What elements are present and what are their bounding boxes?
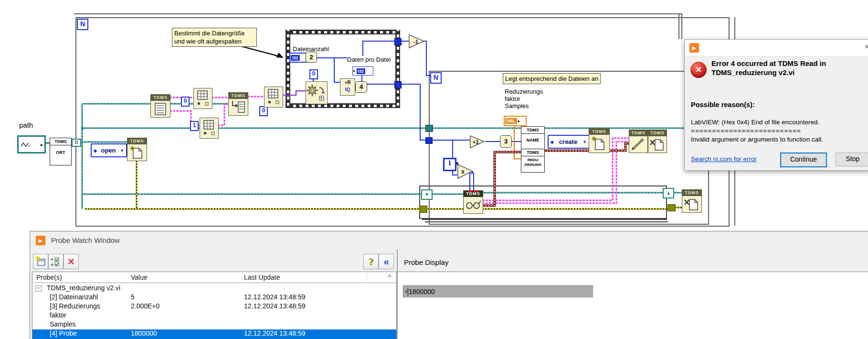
tdms-ort-subvi[interactable]: TDMS ORT: [50, 138, 72, 165]
error-tunnel-right[interactable]: [667, 204, 676, 211]
sequence-tunnel-top[interactable]: [394, 38, 402, 45]
labview-app-icon: ▶: [36, 236, 45, 245]
tdms-banner: TDMS: [589, 129, 609, 135]
constant-0-a[interactable]: 0: [181, 97, 190, 107]
tdms-banner: TDMS: [127, 138, 147, 144]
dropdown-icon: ▼: [582, 140, 587, 144]
constant-0-c[interactable]: 0: [309, 69, 318, 79]
tdms-banner: TDMS: [648, 130, 667, 136]
comment-create-files[interactable]: Legt entsprechend die Dateien an: [503, 73, 601, 84]
scroll-up-icon[interactable]: ^: [388, 273, 392, 280]
column-value[interactable]: Value: [131, 273, 148, 281]
decrement-node[interactable]: -1: [409, 34, 425, 51]
tdms-write-node[interactable]: TDMS: [629, 130, 648, 153]
add-probes-button[interactable]: ++: [48, 254, 64, 269]
probe-row[interactable]: [2] Dateinanzahl 5 12.12.2024 13:48:59: [32, 293, 396, 302]
dateinanzahl-value[interactable]: 2: [306, 52, 317, 63]
probe-row-selected[interactable]: [4] Probe 1800000 12.12.2024 13:48:59: [32, 329, 396, 339]
reduzierungsfaktor-terminal[interactable]: DBL ▸: [504, 116, 527, 126]
tdms-read-node[interactable]: TDMS: [463, 190, 483, 214]
index-array-node-3[interactable]: [264, 87, 283, 108]
tdms-close-node-2[interactable]: TDMS: [682, 189, 702, 213]
probe-row-continuation[interactable]: Samples: [32, 320, 396, 329]
tdms-banner: TDMS: [629, 130, 647, 136]
error-highlight-mark: [468, 190, 472, 192]
column-separator[interactable]: [129, 273, 129, 282]
add-probes-icon: ++: [51, 256, 61, 267]
gear-function-node[interactable]: [306, 81, 328, 104]
file-star-icon: [127, 144, 146, 160]
column-separator[interactable]: [367, 273, 367, 282]
reduzierungs-line-2: faktor: [505, 95, 543, 102]
dialog-close-icon[interactable]: ×: [865, 43, 868, 51]
quotient-remainder-node[interactable]: ÷R IQ: [340, 78, 355, 96]
daten-pro-datei-value[interactable]: 4: [355, 81, 367, 93]
help-button[interactable]: ?: [363, 254, 379, 269]
tdms-open-node-2[interactable]: TDMS: [589, 128, 610, 153]
probe-display-value: 1800000: [408, 288, 435, 295]
probe-last-update: 12.12.2024 13:48:59: [244, 293, 305, 301]
tdms-close-node-1[interactable]: TDMS: [648, 130, 667, 153]
probe-value-indicator[interactable]: d 1800000: [403, 285, 593, 298]
multiply-label: x: [461, 168, 465, 175]
error-title: Error 4 occurred at TDMS Read in TDMS_re…: [711, 59, 859, 77]
increment-node[interactable]: +1: [470, 135, 485, 151]
auto-index-tunnel[interactable]: []: [72, 139, 81, 147]
multiply-node[interactable]: x: [457, 164, 474, 181]
probe-watch-window: ▶ Probe Watch Window ++ × ? « Probe(s) V…: [30, 231, 868, 339]
shift-register-right[interactable]: ▲: [663, 188, 674, 198]
new-probe-button[interactable]: [33, 254, 48, 269]
probe-window-titlebar[interactable]: ▶ Probe Watch Window: [30, 231, 868, 250]
probe-row[interactable]: [3] Reduzierungs 2.000E+0 12.12.2024 13:…: [32, 302, 396, 311]
tdms-name-subvi[interactable]: TDMS NAME: [521, 126, 545, 149]
loop-tunnel-count[interactable]: [425, 137, 433, 144]
delete-probe-button[interactable]: ×: [64, 254, 79, 269]
probe-row-group[interactable]: − TDMS_reduzierung v2.vi: [32, 284, 396, 293]
collapse-pane-button[interactable]: «: [379, 254, 394, 269]
wire-junction: [81, 127, 84, 130]
column-probes[interactable]: Probe(s): [36, 273, 62, 281]
probe-row-continuation[interactable]: faktor: [32, 311, 396, 320]
constant-1[interactable]: 1: [190, 121, 199, 131]
delete-x-icon: ×: [68, 256, 74, 267]
constant-3[interactable]: 3: [500, 135, 512, 148]
probe-tree[interactable]: Probe(s) Value Last Update ^ − TDMS_redu…: [32, 272, 397, 339]
column-last-update[interactable]: Last Update: [244, 273, 280, 281]
constant-0-b[interactable]: 0: [259, 106, 268, 116]
open-enum-value: open: [101, 147, 116, 154]
probe-value: 2.000E+0: [131, 302, 159, 310]
comment-data-size[interactable]: Bestimmt die Datengröße und wie oft aufg…: [172, 28, 257, 47]
error-title-line-1: Error 4 occurred at TDMS Read in: [711, 59, 859, 68]
error-highlight-mark: [474, 190, 478, 192]
column-separator[interactable]: [242, 273, 243, 282]
iteration-terminal[interactable]: i: [443, 158, 456, 171]
tdms-name-name: NAME: [521, 134, 544, 142]
outer-loop-count-terminal[interactable]: N: [77, 19, 88, 30]
continue-button[interactable]: Continue: [780, 153, 827, 167]
tdms-open-node-1[interactable]: TDMS: [127, 138, 147, 161]
tdms-list-contents-node[interactable]: TDMS: [150, 94, 170, 118]
stop-button[interactable]: Stop: [836, 153, 868, 166]
sequence-tunnel-bottom[interactable]: [394, 81, 402, 88]
index-array-node-2[interactable]: [200, 118, 219, 139]
open-mode-enum-constant[interactable]: ◆ open ▼: [91, 143, 127, 157]
error-tunnel-left[interactable]: [419, 206, 427, 213]
probe-display-pane: Probe Display d 1800000: [398, 250, 868, 339]
dateinanzahl-terminal[interactable]: I32: [289, 53, 307, 63]
array-grid-icon: [265, 87, 282, 106]
shift-register-left[interactable]: ▼: [421, 189, 433, 200]
array-grid-icon: [194, 88, 211, 108]
search-ni-link[interactable]: Search ni.com for error: [691, 155, 757, 163]
loop-tunnel-path[interactable]: [425, 125, 433, 132]
probe-last-update: 12.12.2024 13:48:59: [244, 302, 305, 310]
expander-icon[interactable]: −: [35, 285, 42, 292]
daten-pro-datei-indicator[interactable]: ▸ I32: [352, 66, 373, 76]
set-properties-icon: [229, 99, 247, 115]
tdms-reduzierung-subvi[interactable]: TDMS REDU ZIERUNG: [521, 149, 545, 173]
path-control-terminal[interactable]: ▸: [17, 135, 46, 153]
tdms-set-properties-node[interactable]: TDMS: [228, 92, 248, 116]
create-mode-enum-constant[interactable]: ◆ create ▼: [548, 135, 590, 149]
error-dialog-titlebar[interactable]: ▶ ×: [685, 40, 868, 56]
index-array-node-1[interactable]: [193, 88, 212, 109]
inner-loop-count-terminal[interactable]: N: [430, 72, 442, 84]
